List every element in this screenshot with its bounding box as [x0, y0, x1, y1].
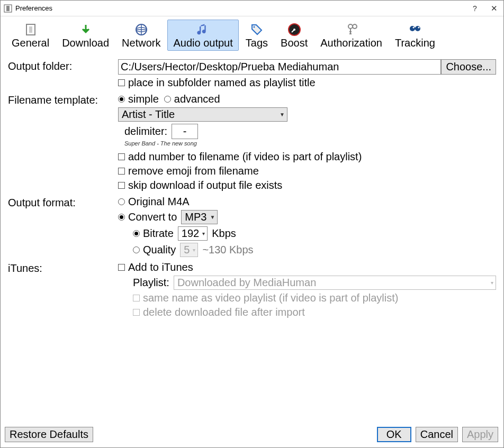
- simple-radio[interactable]: simple: [118, 93, 159, 105]
- bitrate-label: Bitrate: [143, 227, 174, 240]
- svg-point-12: [415, 26, 420, 31]
- bitrate-unit: Kbps: [212, 227, 236, 240]
- tags-icon: [249, 22, 264, 37]
- chevron-down-icon: ▼: [210, 214, 215, 220]
- remove-emoji-label: remove emoji from filename: [128, 165, 259, 177]
- network-icon: [134, 22, 149, 37]
- template-combo[interactable]: Artist - Title ▼: [118, 107, 287, 122]
- advanced-radio-label: advanced: [174, 93, 220, 105]
- checkbox-icon: [118, 182, 125, 189]
- quality-combo: 5 ▾: [180, 243, 198, 257]
- help-button[interactable]: ?: [465, 4, 484, 13]
- window-title: Preferences: [15, 4, 465, 12]
- remove-emoji-checkbox[interactable]: remove emoji from filename: [118, 165, 259, 177]
- tab-download-label: Download: [62, 37, 109, 49]
- playlist-value: Downloaded by MediaHuman: [177, 277, 316, 289]
- general-icon: [23, 22, 38, 37]
- chevron-down-icon: ▼: [280, 112, 285, 117]
- tab-network-label: Network: [122, 37, 160, 49]
- same-name-checkbox: same name as video playlist (if video is…: [133, 292, 398, 304]
- itunes-label: iTunes:: [8, 261, 118, 275]
- close-button[interactable]: ✕: [484, 4, 503, 13]
- bitrate-radio[interactable]: Bitrate: [133, 227, 174, 240]
- tab-boost[interactable]: Boost: [275, 20, 313, 51]
- template-example: Super Band - The new song: [118, 140, 496, 147]
- template-combo-value: Artist - Title: [122, 108, 175, 121]
- add-number-checkbox[interactable]: add number to filename (if video is part…: [118, 151, 362, 163]
- footer: Restore Defaults OK Cancel Apply: [1, 424, 503, 447]
- authorization-icon: [344, 22, 359, 37]
- tab-tags-label: Tags: [246, 37, 268, 49]
- tracking-icon: [408, 22, 422, 37]
- original-m4a-label: Original M4A: [128, 196, 190, 208]
- tab-general-label: General: [12, 37, 49, 49]
- chevron-down-icon: ▾: [491, 280, 493, 286]
- format-combo[interactable]: MP3 ▼: [181, 210, 218, 224]
- checkbox-icon: [118, 264, 125, 271]
- subfolder-checkbox[interactable]: place in subfolder named as playlist tit…: [118, 77, 316, 89]
- delete-after-checkbox: delete downloaded file after import: [133, 306, 305, 318]
- choose-button[interactable]: Choose...: [441, 59, 496, 75]
- delimiter-label: delimiter:: [124, 125, 167, 138]
- tab-tracking-label: Tracking: [395, 37, 435, 49]
- tab-audio-output-label: Audio output: [173, 37, 232, 49]
- tab-toolbar: General Download Network Audio output Ta…: [1, 16, 503, 51]
- output-folder-input[interactable]: [118, 59, 441, 75]
- ok-button[interactable]: OK: [377, 427, 411, 442]
- svg-point-10: [348, 24, 353, 29]
- checkbox-icon: [118, 79, 125, 86]
- original-m4a-radio[interactable]: Original M4A: [118, 196, 190, 208]
- tab-tracking[interactable]: Tracking: [389, 20, 441, 51]
- radio-icon: [133, 246, 140, 253]
- filename-template-label: Filename template:: [8, 93, 118, 106]
- add-to-itunes-label: Add to iTunes: [128, 261, 193, 273]
- app-icon: [4, 4, 12, 13]
- skip-download-label: skip download if output file exists: [128, 179, 282, 191]
- bitrate-combo[interactable]: 192 ▾: [178, 226, 208, 241]
- skip-download-checkbox[interactable]: skip download if output file exists: [118, 179, 282, 191]
- output-folder-label: Output folder:: [8, 59, 118, 72]
- delimiter-input[interactable]: [172, 124, 198, 139]
- tab-audio-output[interactable]: Audio output: [167, 20, 238, 51]
- add-number-label: add number to filename (if video is part…: [128, 151, 362, 163]
- cancel-button[interactable]: Cancel: [416, 427, 458, 442]
- restore-defaults-button[interactable]: Restore Defaults: [5, 427, 93, 442]
- tab-tags[interactable]: Tags: [240, 20, 274, 51]
- radio-icon: [118, 214, 125, 221]
- output-format-label: Output format:: [8, 196, 118, 209]
- tab-general[interactable]: General: [6, 20, 55, 51]
- apply-button[interactable]: Apply: [462, 427, 498, 442]
- format-combo-value: MP3: [185, 211, 206, 223]
- checkbox-icon: [118, 153, 125, 160]
- quality-label: Quality: [143, 244, 176, 256]
- tab-download[interactable]: Download: [56, 20, 115, 51]
- titlebar: Preferences ? ✕: [1, 1, 503, 16]
- subfolder-checkbox-label: place in subfolder named as playlist tit…: [128, 77, 316, 89]
- svg-point-13: [412, 27, 414, 29]
- svg-point-6: [253, 26, 255, 28]
- boost-icon: [287, 22, 302, 37]
- add-to-itunes-checkbox[interactable]: Add to iTunes: [118, 261, 193, 273]
- tab-authorization[interactable]: Authorization: [314, 20, 388, 51]
- checkbox-icon: [133, 295, 140, 301]
- bitrate-value: 192: [182, 227, 199, 240]
- advanced-radio[interactable]: advanced: [164, 93, 220, 105]
- same-name-label: same name as video playlist (if video is…: [143, 292, 398, 304]
- download-icon: [78, 22, 93, 37]
- convert-to-radio[interactable]: Convert to: [118, 211, 177, 223]
- quality-radio[interactable]: Quality: [133, 244, 176, 256]
- checkbox-icon: [133, 309, 140, 316]
- svg-rect-3: [29, 26, 32, 33]
- radio-icon: [118, 198, 125, 205]
- svg-rect-1: [6, 6, 10, 11]
- delete-after-label: delete downloaded file after import: [143, 306, 305, 318]
- simple-radio-label: simple: [128, 93, 159, 105]
- playlist-label: Playlist:: [133, 277, 169, 289]
- chevron-down-icon: ▾: [193, 247, 195, 253]
- tab-network[interactable]: Network: [116, 20, 166, 51]
- quality-hint: ~130 Kbps: [202, 244, 253, 256]
- svg-point-14: [418, 27, 419, 29]
- chevron-down-icon: ▾: [202, 231, 205, 236]
- radio-icon: [118, 96, 125, 103]
- svg-point-9: [293, 29, 295, 31]
